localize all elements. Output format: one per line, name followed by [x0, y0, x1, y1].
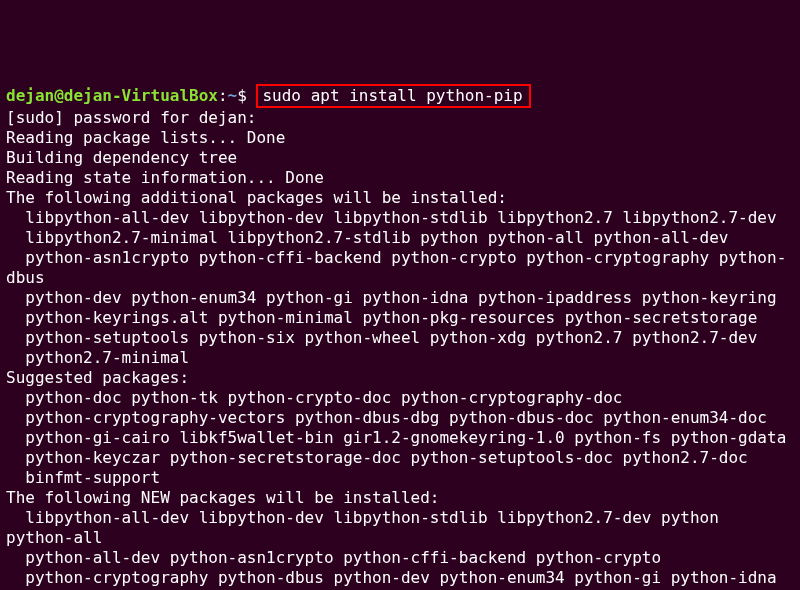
output-line: python-gi-cairo libkf5wallet-bin gir1.2-…: [6, 428, 794, 448]
prompt-path: ~: [228, 86, 238, 105]
prompt-user: dejan@dejan-VirtualBox: [6, 86, 218, 105]
output-line: python-setuptools python-six python-whee…: [6, 328, 794, 348]
output-line: Suggested packages:: [6, 368, 794, 388]
command-highlight: sudo apt install python-pip: [256, 84, 530, 108]
output-line: libpython-all-dev libpython-dev libpytho…: [6, 208, 794, 228]
output-line: The following additional packages will b…: [6, 188, 794, 208]
output-line: [sudo] password for dejan:: [6, 108, 794, 128]
output-line: Reading package lists... Done: [6, 128, 794, 148]
output-line: python2.7-minimal: [6, 348, 794, 368]
output-line: python-dev python-enum34 python-gi pytho…: [6, 288, 794, 308]
prompt-dollar: $: [237, 86, 256, 105]
output-line: python-asn1crypto python-cffi-backend py…: [6, 248, 794, 288]
output-line: Building dependency tree: [6, 148, 794, 168]
prompt-line: dejan@dejan-VirtualBox:~$ sudo apt insta…: [6, 84, 794, 108]
command-text: sudo apt install python-pip: [262, 86, 522, 105]
terminal-output[interactable]: dejan@dejan-VirtualBox:~$ sudo apt insta…: [6, 84, 794, 590]
output-line: libpython2.7-minimal libpython2.7-stdlib…: [6, 228, 794, 248]
output-line: binfmt-support: [6, 468, 794, 488]
output-line: python-doc python-tk python-crypto-doc p…: [6, 388, 794, 408]
output-line: python-cryptography python-dbus python-d…: [6, 568, 794, 588]
output-line: python-keyrings.alt python-minimal pytho…: [6, 308, 794, 328]
output-line: python-keyczar python-secretstorage-doc …: [6, 448, 794, 468]
output-line: python-all-dev python-asn1crypto python-…: [6, 548, 794, 568]
output-line: The following NEW packages will be insta…: [6, 488, 794, 508]
output-line: Reading state information... Done: [6, 168, 794, 188]
output-line: libpython-all-dev libpython-dev libpytho…: [6, 508, 794, 548]
prompt-separator: :: [218, 86, 228, 105]
output-line: python-cryptography-vectors python-dbus-…: [6, 408, 794, 428]
